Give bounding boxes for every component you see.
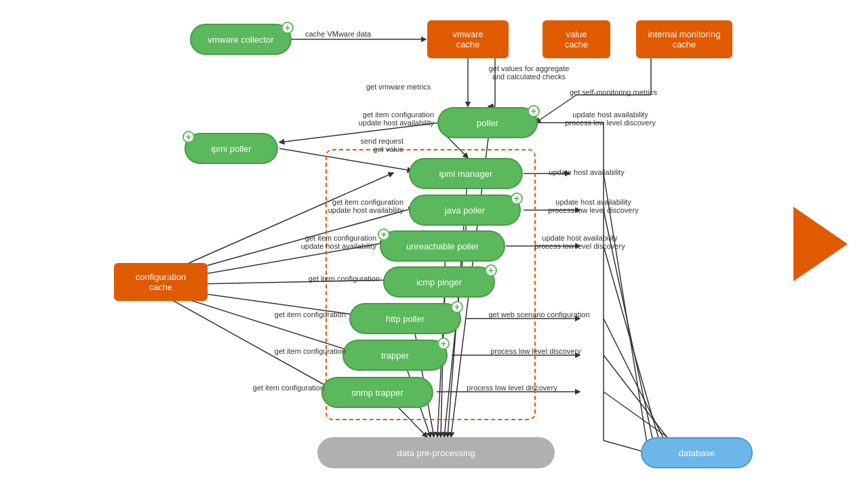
- label-process-low-snmp: process low level discovery: [448, 384, 576, 392]
- data-preprocessing-label: data pre-processing: [397, 448, 475, 458]
- label-get-item-trapper: get item configuration: [224, 347, 346, 355]
- vmware-collector-label: vmware collector: [208, 35, 274, 45]
- diagram-container: vmware collector + vmwarecache valuecach…: [0, 0, 868, 488]
- unreachable-poller-plus: +: [378, 228, 390, 241]
- label-get-item-icmp: get item configuration: [244, 274, 380, 283]
- http-poller-node: http poller +: [349, 303, 461, 334]
- label-send-request: send requestget value: [285, 137, 403, 153]
- label-update-host-unreachable: update host availabilityprocess low leve…: [512, 234, 648, 250]
- config-cache-label: configurationcache: [136, 272, 186, 292]
- java-poller-label: java poller: [445, 205, 485, 216]
- snmp-trapper-label: snmp trapper: [351, 388, 403, 398]
- java-poller-node: java poller +: [409, 195, 521, 226]
- http-poller-label: http poller: [386, 314, 425, 324]
- label-update-host-ipmi: update host availability: [526, 168, 648, 176]
- ipmi-manager-node: ipmi manager: [409, 158, 523, 189]
- svg-line-16: [163, 295, 330, 388]
- unreachable-poller-label: unreachable poller: [406, 241, 479, 251]
- trapper-plus: +: [437, 338, 450, 350]
- trapper-label: trapper: [381, 350, 409, 361]
- database-label: database: [679, 448, 715, 458]
- icmp-pinger-plus: +: [485, 264, 497, 277]
- label-update-host-java: update host availabilityprocess low leve…: [526, 198, 661, 214]
- label-get-item-config-poller: get item configurationupdate host availa…: [285, 110, 434, 127]
- config-cache-node: configurationcache: [114, 263, 208, 301]
- poller-node: poller +: [437, 107, 538, 138]
- internal-cache-node: internal monitoringcache: [636, 20, 732, 58]
- trapper-node: trapper +: [342, 340, 448, 371]
- vmware-collector-plus: +: [281, 22, 294, 34]
- nav-arrow[interactable]: [793, 207, 848, 281]
- value-cache-node: valuecache: [542, 20, 610, 58]
- label-get-self-monitoring: get self-monitoring metrics: [570, 88, 657, 96]
- poller-plus: +: [528, 105, 540, 117]
- label-get-vmware: get vmware metrics: [366, 83, 431, 91]
- label-get-item-snmp: get item configuration: [224, 384, 324, 392]
- svg-line-37: [604, 319, 668, 447]
- poller-label: poller: [477, 118, 498, 128]
- value-cache-label: valuecache: [565, 29, 589, 49]
- ipmi-poller-node: ipmi poller +: [184, 133, 278, 164]
- vmware-cache-label: vmwarecache: [452, 29, 484, 49]
- label-get-item-java: get item configurationupdate host availa…: [261, 198, 403, 214]
- vmware-cache-node: vmwarecache: [427, 20, 509, 58]
- java-poller-plus: +: [511, 192, 523, 205]
- database-node: database: [641, 437, 753, 468]
- unreachable-poller-node: unreachable poller +: [380, 230, 505, 262]
- svg-line-34: [604, 174, 648, 447]
- label-update-host-process-poller: update host availabilityprocess low leve…: [542, 110, 678, 127]
- svg-line-36: [604, 246, 661, 447]
- snmp-trapper-node: snmp trapper: [321, 377, 433, 408]
- icmp-pinger-label: icmp pinger: [416, 277, 462, 287]
- ipmi-poller-plus: +: [182, 131, 195, 143]
- label-process-low-trapper: process low level discovery: [471, 347, 600, 355]
- data-preprocessing-node: data pre-processing: [317, 437, 555, 468]
- ipmi-poller-label: ipmi poller: [211, 144, 251, 154]
- label-web-scenario: get web scenario configuration: [471, 310, 607, 319]
- http-poller-plus: +: [451, 301, 463, 313]
- label-get-item-unreachable: get item configurationupdate host availa…: [237, 234, 376, 250]
- label-get-values-aggregate: get values for aggregateand calculated c…: [475, 64, 583, 81]
- vmware-collector-node: vmware collector +: [190, 24, 292, 55]
- ipmi-manager-label: ipmi manager: [439, 169, 493, 179]
- svg-line-38: [604, 355, 675, 447]
- label-cache-vmware: cache VMware data: [305, 30, 371, 38]
- internal-cache-label: internal monitoringcache: [648, 29, 721, 49]
- icmp-pinger-node: icmp pinger +: [383, 266, 495, 298]
- label-get-item-http: get item configuration: [224, 310, 346, 319]
